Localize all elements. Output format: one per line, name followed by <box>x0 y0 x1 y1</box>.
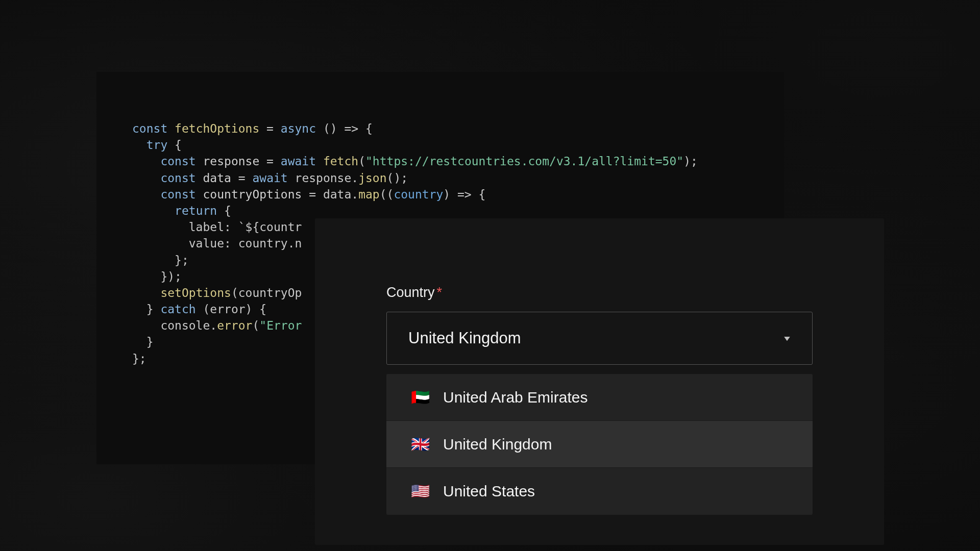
code-line: const response = await fetch("https://re… <box>132 153 748 169</box>
dropdown-options-list: 🇦🇪 United Arab Emirates 🇬🇧 United Kingdo… <box>386 374 813 515</box>
required-indicator: * <box>437 285 443 300</box>
code-line: const data = await response.json(); <box>132 170 748 186</box>
option-label: United Arab Emirates <box>443 389 587 406</box>
code-line: const countryOptions = data.map((country… <box>132 186 748 203</box>
option-label: United Kingdom <box>443 436 552 453</box>
flag-icon: 🇬🇧 <box>411 437 430 452</box>
chevron-down-icon: ▼ <box>782 334 792 342</box>
code-line: const fetchOptions = async () => { <box>132 120 748 137</box>
select-value: United Kingdom <box>408 329 521 347</box>
flag-icon: 🇺🇸 <box>411 484 430 499</box>
option-united-kingdom[interactable]: 🇬🇧 United Kingdom <box>386 421 813 468</box>
option-united-states[interactable]: 🇺🇸 United States <box>386 468 813 515</box>
country-select[interactable]: United Kingdom ▼ <box>386 312 813 365</box>
form-panel: Country* United Kingdom ▼ 🇦🇪 United Arab… <box>315 218 884 545</box>
code-line: return { <box>132 203 748 219</box>
flag-icon: 🇦🇪 <box>411 390 430 405</box>
option-label: United States <box>443 483 535 500</box>
code-line: try { <box>132 137 748 153</box>
option-united-arab-emirates[interactable]: 🇦🇪 United Arab Emirates <box>386 374 813 421</box>
field-label: Country* <box>386 285 813 300</box>
